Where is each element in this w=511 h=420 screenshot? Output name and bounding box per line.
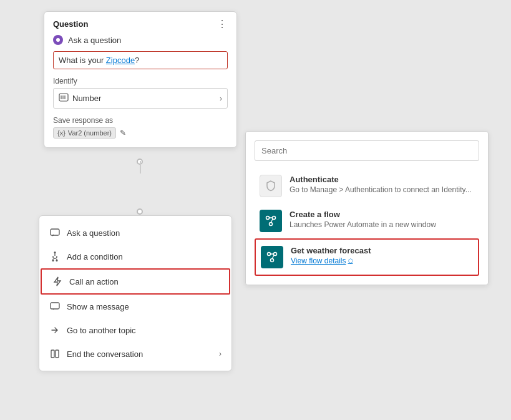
action-item-ask-question[interactable]: Ask a question xyxy=(39,221,231,245)
action-menu-card: Ask a question Add a condition Call an a… xyxy=(39,215,232,371)
svg-rect-8 xyxy=(51,303,59,309)
create-flow-content: Create a flow Launches Power Automate in… xyxy=(290,210,474,229)
authenticate-desc: Go to Manage > Authentication to connect… xyxy=(290,185,474,194)
identify-label: Identify xyxy=(53,77,228,85)
card-header: Question ⋮ xyxy=(44,12,236,35)
get-weather-title: Get weather forecast xyxy=(291,246,473,255)
get-weather-icon xyxy=(261,246,283,268)
save-response-label: Save response as xyxy=(53,116,228,125)
panel-item-authenticate[interactable]: Authenticate Go to Manage > Authenticati… xyxy=(255,168,479,203)
edit-icon[interactable]: ✎ xyxy=(120,129,126,137)
svg-point-7 xyxy=(56,260,58,261)
svg-point-5 xyxy=(54,252,56,253)
canvas: Question ⋮ Ask a question What is your Z… xyxy=(0,0,511,420)
search-input[interactable] xyxy=(255,140,479,161)
card-menu-icon[interactable]: ⋮ xyxy=(217,18,228,30)
connector-dot-bottom xyxy=(137,208,143,215)
ask-question-icon xyxy=(53,35,63,45)
identify-chevron: › xyxy=(220,94,222,103)
identify-dropdown[interactable]: Number › xyxy=(53,88,228,109)
var-value: Var2 (number) xyxy=(68,129,112,137)
var-badge: {x} Var2 (number) xyxy=(53,127,116,139)
message-question-icon xyxy=(49,227,61,238)
action-item-show-message[interactable]: Show a message xyxy=(39,295,231,318)
end-conversation-chevron: › xyxy=(219,349,221,358)
get-weather-content: Get weather forecast View flow details xyxy=(291,246,473,265)
authenticate-content: Authenticate Go to Manage > Authenticati… xyxy=(290,175,474,194)
svg-point-14 xyxy=(268,253,271,256)
lightning-icon xyxy=(52,276,63,287)
action-item-add-condition[interactable]: Add a condition xyxy=(39,245,231,268)
svg-point-11 xyxy=(266,217,270,220)
identify-value: Number xyxy=(72,94,101,103)
svg-rect-0 xyxy=(59,94,68,101)
question-card: Question ⋮ Ask a question What is your Z… xyxy=(44,11,237,148)
card-title: Question xyxy=(53,19,88,29)
authenticate-title: Authenticate xyxy=(290,175,474,184)
svg-point-6 xyxy=(52,260,54,261)
svg-rect-9 xyxy=(51,350,54,358)
create-flow-desc: Launches Power Automate in a new window xyxy=(290,220,474,229)
authenticate-icon xyxy=(260,175,282,197)
card-body: Ask a question What is your Zipcode? Ide… xyxy=(44,35,236,147)
question-text-display[interactable]: What is your Zipcode? xyxy=(53,51,228,69)
right-panel: Authenticate Go to Manage > Authenticati… xyxy=(245,131,489,285)
identify-row: Number xyxy=(59,92,101,104)
branch-icon xyxy=(49,251,61,262)
add-condition-label: Add a condition xyxy=(67,252,123,261)
action-item-go-to-topic[interactable]: Go to another topic xyxy=(39,318,231,342)
svg-rect-10 xyxy=(56,350,59,358)
connector-line xyxy=(140,161,141,173)
var-label: {x} xyxy=(57,129,66,137)
ask-question-action-label: Ask a question xyxy=(67,228,120,238)
create-flow-title: Create a flow xyxy=(290,210,474,219)
action-item-end-conversation[interactable]: End the conversation › xyxy=(39,342,231,366)
svg-point-13 xyxy=(270,223,273,226)
message-icon xyxy=(49,301,61,312)
panel-item-get-weather[interactable]: Get weather forecast View flow details xyxy=(255,238,479,276)
ask-question-label: Ask a question xyxy=(68,36,121,45)
end-conversation-label: End the conversation xyxy=(67,349,143,359)
arrow-redirect-icon xyxy=(49,325,61,336)
save-response-row: {x} Var2 (number) ✎ xyxy=(53,127,228,139)
call-action-label: Call an action xyxy=(69,277,119,286)
stop-icon xyxy=(49,348,61,359)
svg-point-16 xyxy=(271,259,274,262)
create-flow-icon xyxy=(260,210,282,232)
ask-question-row: Ask a question xyxy=(53,35,228,45)
view-flow-details-link[interactable]: View flow details xyxy=(291,256,473,265)
number-icon xyxy=(59,92,69,104)
go-to-topic-label: Go to another topic xyxy=(67,326,136,335)
svg-point-15 xyxy=(274,253,277,256)
panel-item-create-flow[interactable]: Create a flow Launches Power Automate in… xyxy=(255,203,479,238)
svg-rect-4 xyxy=(51,229,59,235)
zipcode-link[interactable]: Zipcode xyxy=(106,56,135,65)
action-item-call-action[interactable]: Call an action xyxy=(41,268,230,295)
show-message-label: Show a message xyxy=(67,302,129,311)
svg-point-12 xyxy=(273,217,276,220)
